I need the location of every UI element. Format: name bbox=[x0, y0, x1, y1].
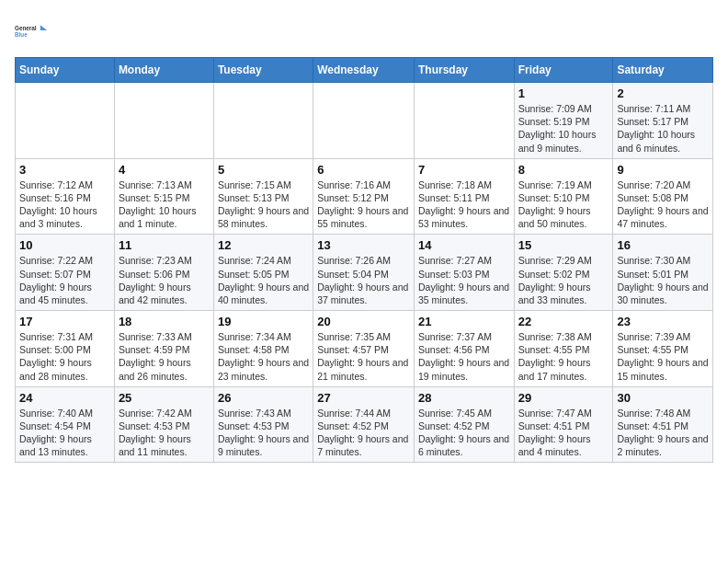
calendar-body: 1Sunrise: 7:09 AM Sunset: 5:19 PM Daylig… bbox=[16, 83, 713, 463]
day-number: 8 bbox=[518, 163, 609, 177]
day-info: Sunrise: 7:38 AM Sunset: 4:55 PM Dayligh… bbox=[518, 330, 609, 383]
calendar-cell bbox=[114, 83, 213, 159]
weekday-header-friday: Friday bbox=[514, 58, 613, 83]
svg-marker-2 bbox=[40, 25, 47, 30]
day-info: Sunrise: 7:48 AM Sunset: 4:51 PM Dayligh… bbox=[617, 407, 709, 459]
day-number: 21 bbox=[418, 315, 510, 328]
day-info: Sunrise: 7:27 AM Sunset: 5:03 PM Dayligh… bbox=[418, 254, 510, 306]
day-info: Sunrise: 7:29 AM Sunset: 5:02 PM Dayligh… bbox=[518, 254, 609, 306]
day-number: 2 bbox=[617, 86, 709, 100]
day-number: 1 bbox=[518, 86, 609, 100]
day-info: Sunrise: 7:34 AM Sunset: 4:58 PM Dayligh… bbox=[218, 330, 309, 383]
calendar-week-row: 17Sunrise: 7:31 AM Sunset: 5:00 PM Dayli… bbox=[16, 311, 713, 387]
logo: GeneralBlue bbox=[15, 15, 48, 48]
day-number: 24 bbox=[19, 391, 110, 405]
calendar-cell: 10Sunrise: 7:22 AM Sunset: 5:07 PM Dayli… bbox=[16, 235, 115, 311]
calendar-week-row: 24Sunrise: 7:40 AM Sunset: 4:54 PM Dayli… bbox=[16, 386, 713, 463]
day-info: Sunrise: 7:20 AM Sunset: 5:08 PM Dayligh… bbox=[617, 178, 709, 231]
day-info: Sunrise: 7:12 AM Sunset: 5:16 PM Dayligh… bbox=[19, 178, 110, 231]
day-number: 11 bbox=[119, 238, 210, 252]
day-info: Sunrise: 7:19 AM Sunset: 5:10 PM Dayligh… bbox=[518, 178, 609, 231]
svg-text:General: General bbox=[15, 25, 37, 31]
day-info: Sunrise: 7:30 AM Sunset: 5:01 PM Dayligh… bbox=[617, 254, 709, 306]
day-info: Sunrise: 7:40 AM Sunset: 4:54 PM Dayligh… bbox=[19, 407, 110, 459]
calendar-cell: 28Sunrise: 7:45 AM Sunset: 4:52 PM Dayli… bbox=[414, 386, 514, 463]
calendar-cell bbox=[414, 83, 514, 159]
day-info: Sunrise: 7:37 AM Sunset: 4:56 PM Dayligh… bbox=[418, 330, 510, 383]
day-info: Sunrise: 7:43 AM Sunset: 4:53 PM Dayligh… bbox=[218, 407, 309, 459]
day-number: 20 bbox=[317, 315, 410, 328]
calendar-week-row: 3Sunrise: 7:12 AM Sunset: 5:16 PM Daylig… bbox=[16, 158, 713, 235]
weekday-header-tuesday: Tuesday bbox=[213, 58, 313, 83]
day-info: Sunrise: 7:22 AM Sunset: 5:07 PM Dayligh… bbox=[19, 254, 110, 306]
day-info: Sunrise: 7:16 AM Sunset: 5:12 PM Dayligh… bbox=[317, 178, 410, 231]
weekday-header-thursday: Thursday bbox=[414, 58, 514, 83]
calendar-cell bbox=[213, 83, 313, 159]
day-number: 13 bbox=[317, 238, 410, 252]
day-info: Sunrise: 7:45 AM Sunset: 4:52 PM Dayligh… bbox=[418, 407, 510, 459]
day-number: 9 bbox=[617, 163, 709, 177]
day-info: Sunrise: 7:15 AM Sunset: 5:13 PM Dayligh… bbox=[218, 178, 309, 231]
calendar-week-row: 10Sunrise: 7:22 AM Sunset: 5:07 PM Dayli… bbox=[16, 235, 713, 311]
day-info: Sunrise: 7:26 AM Sunset: 5:04 PM Dayligh… bbox=[317, 254, 410, 306]
day-number: 4 bbox=[119, 163, 210, 177]
weekday-header-row: SundayMondayTuesdayWednesdayThursdayFrid… bbox=[16, 58, 713, 83]
day-number: 3 bbox=[19, 163, 110, 177]
day-number: 19 bbox=[218, 315, 309, 328]
calendar-cell: 20Sunrise: 7:35 AM Sunset: 4:57 PM Dayli… bbox=[313, 311, 415, 387]
weekday-header-sunday: Sunday bbox=[16, 58, 115, 83]
calendar-cell: 26Sunrise: 7:43 AM Sunset: 4:53 PM Dayli… bbox=[213, 386, 313, 463]
day-info: Sunrise: 7:47 AM Sunset: 4:51 PM Dayligh… bbox=[518, 407, 609, 459]
day-number: 6 bbox=[317, 163, 410, 177]
calendar-cell: 16Sunrise: 7:30 AM Sunset: 5:01 PM Dayli… bbox=[613, 235, 713, 311]
calendar-cell: 9Sunrise: 7:20 AM Sunset: 5:08 PM Daylig… bbox=[613, 158, 713, 235]
day-number: 17 bbox=[19, 315, 110, 328]
calendar-cell: 14Sunrise: 7:27 AM Sunset: 5:03 PM Dayli… bbox=[414, 235, 514, 311]
day-number: 15 bbox=[518, 238, 609, 252]
calendar-cell: 15Sunrise: 7:29 AM Sunset: 5:02 PM Dayli… bbox=[514, 235, 613, 311]
day-info: Sunrise: 7:42 AM Sunset: 4:53 PM Dayligh… bbox=[119, 407, 210, 459]
calendar-cell: 4Sunrise: 7:13 AM Sunset: 5:15 PM Daylig… bbox=[114, 158, 213, 235]
calendar-cell: 7Sunrise: 7:18 AM Sunset: 5:11 PM Daylig… bbox=[414, 158, 514, 235]
day-info: Sunrise: 7:31 AM Sunset: 5:00 PM Dayligh… bbox=[19, 330, 110, 383]
weekday-header-saturday: Saturday bbox=[613, 58, 713, 83]
day-info: Sunrise: 7:35 AM Sunset: 4:57 PM Dayligh… bbox=[317, 330, 410, 383]
day-number: 27 bbox=[317, 391, 410, 405]
day-number: 28 bbox=[418, 391, 510, 405]
day-number: 29 bbox=[518, 391, 609, 405]
day-number: 26 bbox=[218, 391, 309, 405]
day-info: Sunrise: 7:13 AM Sunset: 5:15 PM Dayligh… bbox=[119, 178, 210, 231]
calendar-week-row: 1Sunrise: 7:09 AM Sunset: 5:19 PM Daylig… bbox=[16, 83, 713, 159]
calendar-cell: 30Sunrise: 7:48 AM Sunset: 4:51 PM Dayli… bbox=[613, 386, 713, 463]
day-info: Sunrise: 7:18 AM Sunset: 5:11 PM Dayligh… bbox=[418, 178, 510, 231]
day-number: 12 bbox=[218, 238, 309, 252]
calendar-cell: 19Sunrise: 7:34 AM Sunset: 4:58 PM Dayli… bbox=[213, 311, 313, 387]
day-info: Sunrise: 7:09 AM Sunset: 5:19 PM Dayligh… bbox=[518, 102, 609, 155]
calendar-cell: 1Sunrise: 7:09 AM Sunset: 5:19 PM Daylig… bbox=[514, 83, 613, 159]
day-info: Sunrise: 7:39 AM Sunset: 4:55 PM Dayligh… bbox=[617, 330, 709, 383]
logo-icon: GeneralBlue bbox=[15, 15, 48, 48]
calendar-table: SundayMondayTuesdayWednesdayThursdayFrid… bbox=[15, 57, 713, 463]
day-info: Sunrise: 7:33 AM Sunset: 4:59 PM Dayligh… bbox=[119, 330, 210, 383]
day-info: Sunrise: 7:11 AM Sunset: 5:17 PM Dayligh… bbox=[617, 102, 709, 155]
calendar-cell: 23Sunrise: 7:39 AM Sunset: 4:55 PM Dayli… bbox=[613, 311, 713, 387]
page-header: GeneralBlue bbox=[15, 15, 713, 48]
day-number: 22 bbox=[518, 315, 609, 328]
day-number: 30 bbox=[617, 391, 709, 405]
svg-text:Blue: Blue bbox=[15, 31, 28, 38]
day-info: Sunrise: 7:24 AM Sunset: 5:05 PM Dayligh… bbox=[218, 254, 309, 306]
calendar-cell: 25Sunrise: 7:42 AM Sunset: 4:53 PM Dayli… bbox=[114, 386, 213, 463]
calendar-cell: 2Sunrise: 7:11 AM Sunset: 5:17 PM Daylig… bbox=[613, 83, 713, 159]
calendar-cell: 12Sunrise: 7:24 AM Sunset: 5:05 PM Dayli… bbox=[213, 235, 313, 311]
calendar-cell: 24Sunrise: 7:40 AM Sunset: 4:54 PM Dayli… bbox=[16, 386, 115, 463]
calendar-cell: 18Sunrise: 7:33 AM Sunset: 4:59 PM Dayli… bbox=[114, 311, 213, 387]
calendar-cell: 3Sunrise: 7:12 AM Sunset: 5:16 PM Daylig… bbox=[16, 158, 115, 235]
day-number: 14 bbox=[418, 238, 510, 252]
calendar-cell: 17Sunrise: 7:31 AM Sunset: 5:00 PM Dayli… bbox=[16, 311, 115, 387]
day-info: Sunrise: 7:44 AM Sunset: 4:52 PM Dayligh… bbox=[317, 407, 410, 459]
weekday-header-monday: Monday bbox=[114, 58, 213, 83]
day-number: 16 bbox=[617, 238, 709, 252]
calendar-cell: 11Sunrise: 7:23 AM Sunset: 5:06 PM Dayli… bbox=[114, 235, 213, 311]
calendar-cell: 21Sunrise: 7:37 AM Sunset: 4:56 PM Dayli… bbox=[414, 311, 514, 387]
day-number: 18 bbox=[119, 315, 210, 328]
